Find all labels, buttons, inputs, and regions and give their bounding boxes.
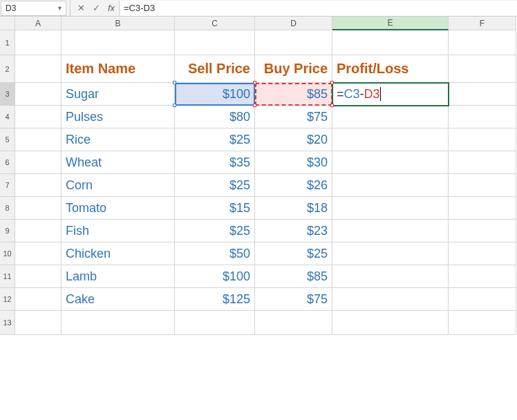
cell-b1[interactable] [62,30,175,55]
cell-d9[interactable]: $23 [255,220,332,242]
enter-icon[interactable]: ✓ [88,1,104,16]
cell-b11[interactable]: Lamb [62,265,175,288]
cell-c11[interactable]: $100 [175,265,255,288]
cell-c8[interactable]: $15 [175,197,255,220]
col-header-d[interactable]: D [255,17,332,30]
ref-handle[interactable] [253,81,256,84]
cell-d13[interactable] [255,311,332,335]
cancel-icon[interactable]: ✕ [73,1,88,16]
cell-c1[interactable] [175,30,255,55]
row-header-4[interactable]: 4 [0,106,15,128]
row-header-13[interactable]: 13 [0,311,15,335]
cell-b12[interactable]: Cake [62,288,175,311]
cell-e7[interactable] [332,174,449,197]
cell-f9[interactable] [449,220,516,242]
cell-d8[interactable]: $18 [255,197,332,220]
cell-f8[interactable] [449,197,516,220]
cell-a10[interactable] [15,242,62,265]
col-header-a[interactable]: A [15,17,62,30]
cell-a7[interactable] [15,174,62,197]
cell-c3[interactable]: $100 [175,83,255,106]
cell-d5[interactable]: $20 [255,128,332,151]
cell-c7[interactable]: $25 [175,174,255,197]
cell-d6[interactable]: $30 [255,151,332,174]
cell-b2[interactable]: Item Name [62,55,175,83]
cell-a3[interactable] [15,83,62,106]
cell-f6[interactable] [449,151,516,174]
ref-handle[interactable] [330,81,334,84]
select-all-corner[interactable] [0,17,15,30]
cell-a12[interactable] [15,288,62,311]
cell-e11[interactable] [332,265,449,288]
cell-b8[interactable]: Tomato [62,197,175,220]
cell-e9[interactable] [332,220,449,242]
ref-handle[interactable] [173,81,176,84]
cell-e13[interactable] [332,311,449,335]
cell-b4[interactable]: Pulses [62,106,175,128]
cell-a9[interactable] [15,220,62,242]
cell-e5[interactable] [332,128,449,151]
formula-input[interactable]: =C3-D3 [119,1,517,16]
cell-a5[interactable] [15,128,62,151]
row-header-9[interactable]: 9 [0,220,15,242]
cell-d7[interactable]: $26 [255,174,332,197]
cell-c9[interactable]: $25 [175,220,255,242]
row-header-10[interactable]: 10 [0,242,15,265]
cell-d12[interactable]: $75 [255,288,332,311]
cell-b10[interactable]: Chicken [62,242,175,265]
row-header-6[interactable]: 6 [0,151,15,174]
cell-d10[interactable]: $25 [255,242,332,265]
ref-handle[interactable] [173,104,176,107]
spreadsheet-grid[interactable]: A B C D E F 1 2 Item Name Sell Price Buy… [0,17,517,335]
cell-f7[interactable] [449,174,516,197]
cell-c13[interactable] [175,311,255,335]
row-header-11[interactable]: 11 [0,265,15,288]
cell-e12[interactable] [332,288,449,311]
cell-a11[interactable] [15,265,62,288]
cell-d2[interactable]: Buy Price [255,55,332,83]
cell-e3-editing[interactable]: =C3-D3 [332,83,449,106]
ref-handle[interactable] [330,104,334,107]
row-header-2[interactable]: 2 [0,55,15,83]
cell-f4[interactable] [449,106,516,128]
cell-e6[interactable] [332,151,449,174]
cell-f3[interactable] [449,83,516,106]
row-header-5[interactable]: 5 [0,128,15,151]
cell-a2[interactable] [15,55,62,83]
row-header-8[interactable]: 8 [0,197,15,220]
name-box[interactable]: D3 ▼ [1,1,66,16]
cell-a8[interactable] [15,197,62,220]
cell-b6[interactable]: Wheat [62,151,175,174]
cell-b13[interactable] [62,311,175,335]
row-header-7[interactable]: 7 [0,174,15,197]
cell-c5[interactable]: $25 [175,128,255,151]
cell-e2[interactable]: Profit/Loss [332,55,449,83]
cell-f1[interactable] [449,30,516,55]
cell-d4[interactable]: $75 [255,106,332,128]
cell-c12[interactable]: $125 [175,288,255,311]
chevron-down-icon[interactable]: ▼ [57,5,63,12]
cell-f13[interactable] [449,311,516,335]
cell-a4[interactable] [15,106,62,128]
cell-c6[interactable]: $35 [175,151,255,174]
cell-a6[interactable] [15,151,62,174]
col-header-f[interactable]: F [449,17,516,30]
cell-e10[interactable] [332,242,449,265]
cell-d1[interactable] [255,30,332,55]
ref-handle[interactable] [253,104,256,107]
cell-a1[interactable] [15,30,62,55]
cell-a13[interactable] [15,311,62,335]
cell-c4[interactable]: $80 [175,106,255,128]
row-header-12[interactable]: 12 [0,288,15,311]
cell-e1[interactable] [332,30,449,55]
cell-f5[interactable] [449,128,516,151]
cell-b9[interactable]: Fish [62,220,175,242]
cell-e8[interactable] [332,197,449,220]
col-header-e[interactable]: E [332,17,449,30]
cell-f11[interactable] [449,265,516,288]
row-header-3[interactable]: 3 [0,83,15,106]
cell-f2[interactable] [449,55,516,83]
row-header-1[interactable]: 1 [0,30,15,55]
fx-icon[interactable]: fx [104,1,119,16]
cell-b7[interactable]: Corn [62,174,175,197]
